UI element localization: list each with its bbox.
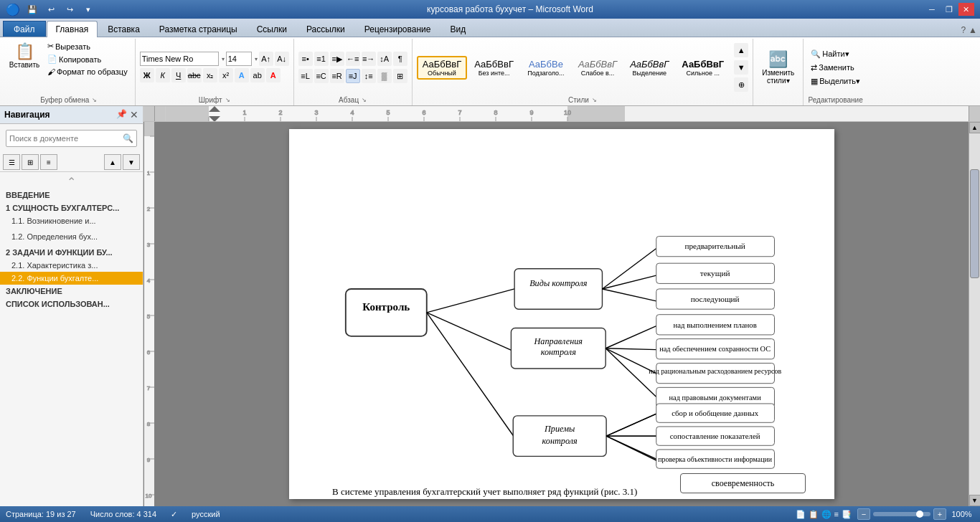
sort-btn[interactable]: ↕A xyxy=(377,52,392,66)
nav-scroll-down[interactable]: ▼ xyxy=(123,154,140,170)
scroll-up-btn[interactable]: ▲ xyxy=(969,122,981,133)
nav-close-btn[interactable]: ✕ xyxy=(130,109,138,120)
v-ruler-svg: 1 2 3 4 5 6 7 8 9 10 11 12 xyxy=(144,122,154,506)
nav-item-1-2[interactable]: 1.2. Определения бух... xyxy=(0,230,143,243)
strikethrough-btn[interactable]: abc xyxy=(187,68,202,82)
editing-label: Редактирование xyxy=(808,95,863,105)
svg-text:6: 6 xyxy=(147,349,151,356)
font-size-expand[interactable]: ▾ xyxy=(255,56,258,62)
borders-btn[interactable]: ⊞ xyxy=(393,69,407,83)
style-heading1[interactable]: АаБбВе Подзаголо... xyxy=(521,56,571,80)
shading-btn[interactable]: ▒ xyxy=(377,69,392,83)
paste-icon: 📋 xyxy=(15,42,34,61)
nav-item-references[interactable]: СПИСОК ИСПОЛЬЗОВАН... xyxy=(0,298,143,310)
multilevel-btn[interactable]: ≡▶ xyxy=(330,52,344,66)
justify-btn[interactable]: ≡J xyxy=(346,69,360,83)
ribbon-group-editing: 🔍 Найти▾ ⇄ Заменить ▦ Выделить▾ Редактир… xyxy=(804,39,867,105)
clipboard-expand[interactable]: ↘ xyxy=(92,97,97,103)
paragraph-expand[interactable]: ↘ xyxy=(362,97,367,103)
minimize-btn[interactable]: ─ xyxy=(924,3,940,16)
subscript-btn[interactable]: x₂ xyxy=(203,68,217,82)
align-left-btn[interactable]: ≡L xyxy=(298,69,313,83)
line-spacing-btn[interactable]: ↕≡ xyxy=(362,69,376,83)
align-right-btn[interactable]: ≡R xyxy=(330,69,344,83)
font-expand[interactable]: ↘ xyxy=(225,97,230,103)
scroll-down-btn[interactable]: ▼ xyxy=(969,495,981,506)
nav-scroll-up[interactable]: ▲ xyxy=(104,154,121,170)
superscript-btn[interactable]: x² xyxy=(219,68,233,82)
tab-insert[interactable]: Вставка xyxy=(98,21,149,37)
tab-references[interactable]: Ссылки xyxy=(248,21,296,37)
style-normal[interactable]: АаБбВвГ Обычный xyxy=(417,56,468,80)
style-no-spacing[interactable]: АаБбВвГ Без инте... xyxy=(468,56,519,80)
select-btn[interactable]: ▦ Выделить▾ xyxy=(808,75,863,87)
find-btn[interactable]: 🔍 Найти▾ xyxy=(808,48,852,60)
save-qa-btn[interactable]: 💾 xyxy=(24,3,40,16)
font-name-input[interactable] xyxy=(140,52,219,66)
decrease-indent-btn[interactable]: ←≡ xyxy=(346,52,360,66)
tab-home[interactable]: Главная xyxy=(47,21,98,37)
close-btn[interactable]: ✕ xyxy=(958,3,974,16)
increase-indent-btn[interactable]: ≡→ xyxy=(362,52,376,66)
font-size-input[interactable] xyxy=(226,52,252,66)
change-styles-btn[interactable]: 🔤 Изменить стили▾ xyxy=(761,48,796,87)
tab-pagelayout[interactable]: Разметка страницы xyxy=(150,21,247,37)
numbering-btn[interactable]: ≡1 xyxy=(314,52,329,66)
svg-text:2: 2 xyxy=(147,206,151,212)
bold-btn[interactable]: Ж xyxy=(140,68,154,82)
nav-item-2-2[interactable]: 2.2. Функции бухгалте... xyxy=(0,272,143,285)
show-marks-btn[interactable]: ¶ xyxy=(393,52,407,66)
copy-btn[interactable]: 📄 Копировать xyxy=(44,53,104,65)
restore-btn[interactable]: ❐ xyxy=(941,3,957,16)
scroll-thumb[interactable] xyxy=(970,169,979,277)
bullets-btn[interactable]: ≡• xyxy=(298,52,313,66)
styles-expand[interactable]: ↘ xyxy=(592,97,597,103)
nav-item-2-1[interactable]: 2.1. Характеристика з... xyxy=(0,259,143,272)
tab-mailings[interactable]: Рассылки xyxy=(297,21,354,37)
tab-view[interactable]: Вид xyxy=(440,21,475,37)
nav-pages-btn[interactable]: ⊞ xyxy=(22,154,39,170)
nav-search-box: 🔍 xyxy=(6,130,137,147)
nav-item-ch2[interactable]: 2 ЗАДАЧИ И ФУНКЦИИ БУ... xyxy=(0,246,143,259)
font-name-expand[interactable]: ▾ xyxy=(222,56,225,62)
styles-scroll-up[interactable]: ▲ xyxy=(734,43,748,57)
svg-line-55 xyxy=(427,289,514,313)
nav-item-1-1[interactable]: 1.1. Возникновение и... xyxy=(0,214,143,227)
redo-qa-btn[interactable]: ↪ xyxy=(62,3,77,16)
replace-btn[interactable]: ⇄ Заменить xyxy=(808,62,857,74)
align-center-btn[interactable]: ≡C xyxy=(314,69,329,83)
document-scroll-area[interactable]: Контроль Виды контроля xyxy=(155,122,969,506)
search-input[interactable] xyxy=(9,134,123,143)
nav-item-intro[interactable]: ВВЕДЕНИЕ xyxy=(0,189,143,201)
format-painter-btn[interactable]: 🖌 Формат по образцу xyxy=(44,66,131,77)
style-highlight[interactable]: АаБбВвГ Выделение xyxy=(624,56,674,80)
nav-headings-btn[interactable]: ☰ xyxy=(3,154,20,170)
underline-btn[interactable]: Ч xyxy=(171,68,186,82)
ruler: 1 2 3 4 5 6 7 8 9 10 xyxy=(165,106,969,121)
font-color-btn[interactable]: A xyxy=(266,68,281,82)
grow-font-btn[interactable]: A↑ xyxy=(259,52,273,66)
text-effects-btn[interactable]: A xyxy=(235,68,249,82)
styles-scroll-down[interactable]: ▼ xyxy=(734,60,748,75)
vertical-scrollbar[interactable]: ▲ ▼ xyxy=(969,122,980,506)
svg-text:проверка объективности информа: проверка объективности информации xyxy=(658,455,772,463)
nav-item-conclusion[interactable]: ЗАКЛЮЧЕНИЕ xyxy=(0,285,143,298)
ribbon-group-clipboard: 📋 Вставить ✂ Вырезать 📄 Копировать 🖌 Фор… xyxy=(3,39,136,105)
nav-item-ch1[interactable]: 1 СУЩНОСТЬ БУХГАЛТЕРС... xyxy=(0,201,143,214)
tab-review[interactable]: Рецензирование xyxy=(355,21,440,37)
italic-btn[interactable]: К xyxy=(156,68,170,82)
shrink-font-btn[interactable]: A↓ xyxy=(275,52,289,66)
paste-btn[interactable]: 📋 Вставить xyxy=(7,40,42,71)
quick-access-toolbar: 💾 ↩ ↪ ▾ xyxy=(24,3,96,16)
styles-more[interactable]: ⊕ xyxy=(734,77,748,92)
tab-file[interactable]: Файл xyxy=(3,21,46,37)
nav-results-btn[interactable]: ≡ xyxy=(40,154,57,170)
cut-btn[interactable]: ✂ Вырезать xyxy=(44,40,93,52)
style-strong[interactable]: АаБбВвГ Сильное ... xyxy=(676,56,730,80)
undo-qa-btn[interactable]: ↩ xyxy=(43,3,59,16)
qa-dropdown-btn[interactable]: ▾ xyxy=(80,3,96,16)
highlight-btn[interactable]: ab xyxy=(250,68,265,82)
style-weak[interactable]: АаБбВвГ Слабое в... xyxy=(573,56,623,80)
ribbon-help-btn[interactable]: ? xyxy=(961,25,966,35)
ribbon-minimize-btn[interactable]: ▲ xyxy=(969,25,977,35)
